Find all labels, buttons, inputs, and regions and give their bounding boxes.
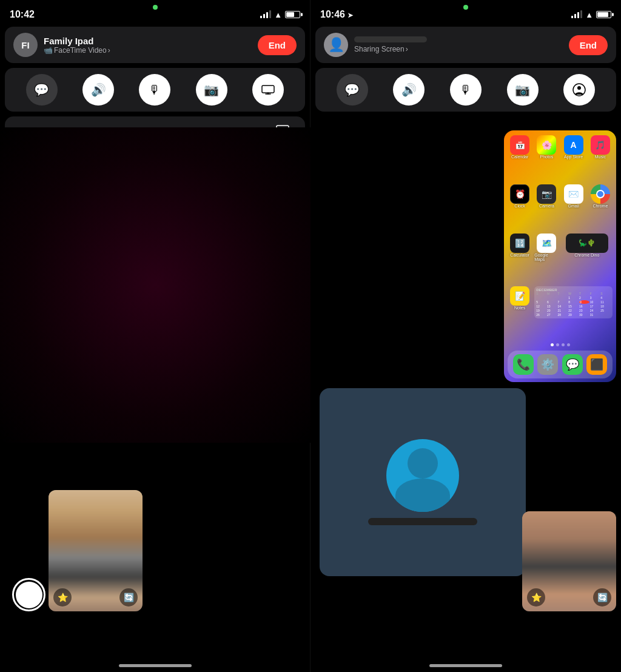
dock-widgetsmith: ⬛ [586, 354, 607, 375]
avatar-name-bar [368, 518, 477, 525]
camera-button-left[interactable]: 📷 [196, 74, 227, 106]
battery-icon-right [596, 11, 611, 18]
camera-flip-button-left[interactable]: 🔄 [119, 588, 138, 606]
caller-name-left: Family Ipad [44, 36, 110, 46]
home-indicator-left [119, 664, 192, 667]
status-icons-left: ▲ [260, 10, 300, 19]
caller-avatar-right: 👤 [324, 33, 348, 57]
dock-messages: 💬 [562, 354, 583, 375]
location-arrow-icon: ➤ [347, 12, 353, 19]
right-panel: 10:46 ➤ ▲ 👤 Sharing Screen › End [310, 0, 621, 672]
app-photos: 🌸 Photos [534, 135, 559, 182]
speaker-button-left[interactable]: 🔊 [82, 74, 114, 106]
call-controls-right: 💬 🔊 🎙 📷 [315, 68, 616, 112]
avatar-head [408, 448, 438, 479]
status-bar-right: 10:46 ➤ ▲ [310, 0, 621, 27]
wifi-icon-left: ▲ [274, 10, 282, 19]
app-gmail: ✉️ Gmail [562, 184, 586, 231]
battery-icon-left [285, 11, 300, 18]
message-button-right[interactable]: 💬 [337, 74, 368, 106]
calendar-widget-right: DECEMBER SMTWTFS 1234 567891011 12131415… [534, 286, 613, 341]
avatar-card [320, 388, 526, 576]
home-indicator-right [429, 664, 502, 667]
time-left: 10:42 [10, 9, 35, 20]
avatar-body [395, 479, 450, 512]
end-button-left[interactable]: End [258, 35, 297, 55]
thumbnail-controls-left: ⭐ 🔄 [49, 588, 143, 606]
app-maps: 🗺️ Google Maps [534, 234, 559, 284]
call-header-left: FI Family Ipad 📹 FaceTime Video › End [5, 27, 305, 63]
favorite-button-left[interactable]: ⭐ [53, 588, 72, 606]
wifi-icon-right: ▲ [585, 10, 593, 19]
call-controls-left: 💬 🔊 🎙 📷 [5, 68, 305, 112]
avatar-circle [386, 439, 459, 512]
app-calendar: 📅 Calendar [508, 135, 532, 182]
favorite-button-right[interactable]: ⭐ [527, 588, 545, 606]
app-music: 🎵 Music [588, 135, 613, 182]
status-dot-left [153, 5, 158, 10]
chrome-dino-widget: 🦕🌵 Chrome Dino [562, 234, 613, 284]
caller-sub-left: 📹 FaceTime Video › [44, 46, 110, 55]
thumbnail-right: ⭐ 🔄 [522, 511, 616, 611]
speaker-button-right[interactable]: 🔊 [393, 74, 425, 106]
status-bar-left: 10:42 ▲ [0, 0, 310, 27]
caller-avatar-left: FI [13, 33, 38, 57]
app-chrome: Chrome [588, 184, 613, 231]
app-appstore: A App Store [562, 135, 586, 182]
svg-point-3 [577, 86, 581, 90]
time-right: 10:46 ➤ [320, 9, 353, 20]
dock-phone: 📞 [513, 354, 534, 375]
thumbnail-controls-right: ⭐ 🔄 [522, 588, 616, 606]
thumbnail-left: ⭐ 🔄 [49, 490, 143, 611]
record-button[interactable] [12, 578, 45, 611]
screen-share-button-left[interactable] [252, 74, 284, 106]
status-icons-right: ▲ [571, 10, 611, 19]
message-button-left[interactable]: 💬 [26, 74, 58, 106]
app-calculator: 🔢 Calculator [508, 234, 532, 284]
end-button-right[interactable]: End [569, 35, 608, 55]
ios-screen-preview: 📅 Calendar 🌸 Photos A App Store 🎵 Music [504, 130, 616, 382]
camera-flip-button-right[interactable]: 🔄 [593, 588, 611, 606]
dock-settings: ⚙️ [537, 354, 558, 375]
mic-button-right[interactable]: 🎙 [450, 74, 482, 106]
ios-dock: 📞 ⚙️ 💬 ⬛ [508, 351, 613, 378]
caller-details-right: Sharing Screen › [354, 36, 427, 53]
svg-rect-0 [262, 86, 274, 93]
camera-button-right[interactable]: 📷 [507, 74, 539, 106]
page-dots [504, 341, 616, 348]
mic-button-left[interactable]: 🎙 [139, 74, 170, 106]
app-camera: 📷 Camera [534, 184, 559, 231]
app-notes: 📝 Notes [508, 286, 532, 341]
caller-details-left: Family Ipad 📹 FaceTime Video › [44, 36, 110, 55]
facetime-icon-left: 📹 [44, 46, 53, 55]
call-info-right: 👤 Sharing Screen › [324, 33, 427, 57]
left-panel: 10:42 ▲ FI Family Ipad 📹 FaceTime Video … [0, 0, 310, 672]
video-area-left [0, 127, 310, 443]
app-clock: ⏰ Clock [508, 184, 532, 231]
status-dot-right [463, 5, 468, 10]
caller-sub-right: Sharing Screen › [354, 45, 427, 53]
call-info-left: FI Family Ipad 📹 FaceTime Video › [13, 33, 110, 57]
portrait-button-right[interactable] [563, 74, 595, 106]
call-header-right: 👤 Sharing Screen › End [315, 27, 616, 63]
signal-icon-right [571, 11, 582, 18]
signal-icon-left [260, 11, 271, 18]
record-inner [16, 582, 42, 608]
